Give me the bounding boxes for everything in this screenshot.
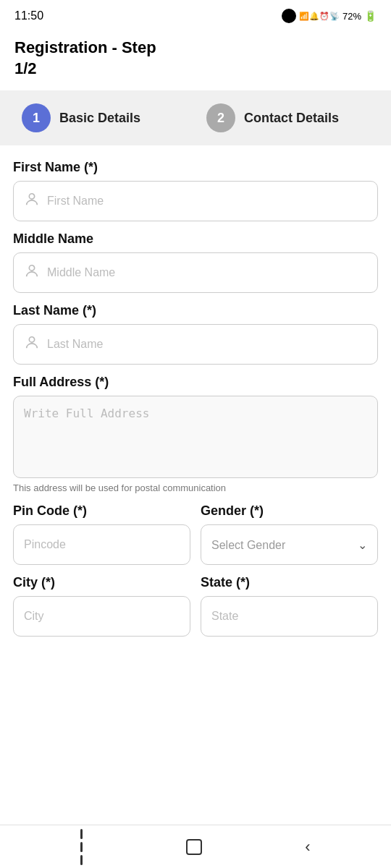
- middle-name-input[interactable]: [47, 266, 367, 279]
- gender-select-wrap: Select Gender Male Female Other ⌄: [201, 524, 378, 565]
- state-input[interactable]: [211, 610, 367, 623]
- full-address-input[interactable]: [24, 407, 367, 464]
- steps-bar: 1 Basic Details 2 Contact Details: [0, 90, 391, 145]
- pincode-label: Pin Code (*): [13, 503, 190, 519]
- nav-back-button[interactable]: ‹: [293, 832, 321, 862]
- svg-point-2: [29, 336, 34, 341]
- first-name-label: First Name (*): [13, 160, 378, 175]
- gender-group: Gender (*) Select Gender Male Female Oth…: [201, 503, 378, 565]
- svg-point-0: [29, 193, 34, 198]
- city-state-row: City (*) State (*): [13, 575, 378, 647]
- city-input-wrap: [13, 596, 190, 637]
- battery-icon: 🔋: [364, 10, 377, 22]
- step-1-label: Basic Details: [59, 111, 140, 126]
- home-icon: [186, 839, 202, 855]
- nav-menu-button[interactable]: [69, 823, 94, 869]
- menu-icon: [80, 829, 83, 865]
- signal-icons: 📶🔔⏰📡: [299, 12, 340, 21]
- last-name-group: Last Name (*): [13, 303, 378, 365]
- status-bar: 11:50 📶🔔⏰📡 72% 🔋: [0, 0, 391, 29]
- last-name-input-wrap: [13, 324, 378, 365]
- full-address-group: Full Address (*) This address will be us…: [13, 375, 378, 493]
- nav-home-button[interactable]: [175, 833, 214, 861]
- pincode-input[interactable]: [24, 538, 180, 551]
- camera-dot-icon: [282, 9, 296, 23]
- full-address-label: Full Address (*): [13, 375, 378, 390]
- state-input-wrap: [201, 596, 378, 637]
- step-1-circle: 1: [22, 103, 51, 132]
- first-name-input[interactable]: [47, 195, 367, 208]
- city-group: City (*): [13, 575, 190, 637]
- middle-name-label: Middle Name: [13, 231, 378, 247]
- bottom-navigation: ‹: [0, 825, 391, 868]
- status-icons: 📶🔔⏰📡 72% 🔋: [282, 9, 377, 23]
- form-area: First Name (*) Middle Name Las: [0, 145, 391, 697]
- step-2: 2 Contact Details: [206, 103, 369, 132]
- page-header: Registration - Step1/2: [0, 29, 391, 90]
- city-input[interactable]: [24, 610, 180, 623]
- first-name-input-wrap: [13, 181, 378, 221]
- city-label: City (*): [13, 575, 190, 590]
- first-name-group: First Name (*): [13, 160, 378, 221]
- gender-select[interactable]: Select Gender Male Female Other: [211, 539, 367, 551]
- person-icon: [24, 192, 40, 211]
- status-time: 11:50: [14, 9, 43, 22]
- gender-label: Gender (*): [201, 503, 378, 519]
- person-icon-last: [24, 335, 40, 354]
- svg-point-1: [29, 265, 34, 270]
- pincode-input-wrap: [13, 524, 190, 565]
- back-icon: ‹: [305, 838, 310, 856]
- state-group: State (*): [201, 575, 378, 637]
- step-2-circle: 2: [206, 103, 235, 132]
- person-icon-middle: [24, 263, 40, 283]
- full-address-textarea-wrap: [13, 396, 378, 478]
- last-name-input[interactable]: [47, 338, 367, 351]
- pincode-group: Pin Code (*): [13, 503, 190, 565]
- middle-name-input-wrap: [13, 252, 378, 293]
- address-hint: This address will be used for postal com…: [13, 482, 378, 493]
- middle-name-group: Middle Name: [13, 231, 378, 293]
- pincode-gender-row: Pin Code (*) Gender (*) Select Gender Ma…: [13, 503, 378, 575]
- step-2-label: Contact Details: [244, 111, 339, 126]
- state-label: State (*): [201, 575, 378, 590]
- page-title: Registration - Step1/2: [14, 38, 377, 79]
- battery-level: 72%: [342, 11, 361, 22]
- step-1: 1 Basic Details: [22, 103, 185, 132]
- last-name-label: Last Name (*): [13, 303, 378, 318]
